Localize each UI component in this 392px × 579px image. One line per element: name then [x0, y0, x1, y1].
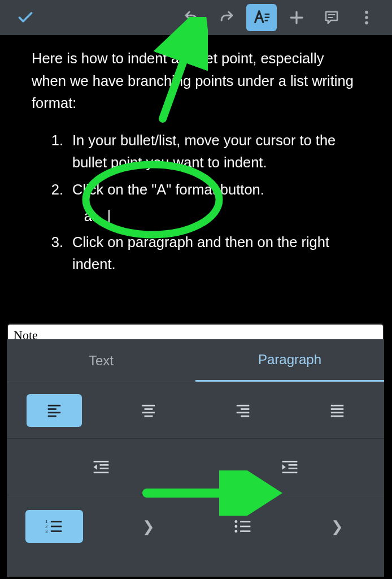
list-item-text: Click on paragraph and then on the right…: [72, 231, 360, 276]
list-item: 3. Click on paragraph and then on the ri…: [51, 231, 360, 276]
svg-point-6: [365, 16, 368, 19]
panel-tabs: Text Paragraph: [7, 339, 384, 382]
align-justify-button[interactable]: [290, 402, 384, 419]
svg-text:3: 3: [45, 529, 47, 534]
svg-rect-2: [265, 20, 268, 21]
ordered-list: 1. In your bullet/list, move your cursor…: [32, 129, 360, 276]
sub-list-item: a.: [51, 205, 360, 228]
text-cursor: [108, 210, 110, 224]
align-left-button[interactable]: [7, 394, 101, 427]
list-type-row: 1 2 3 ❯ ❯: [7, 495, 384, 558]
decrease-indent-button[interactable]: [7, 459, 195, 476]
format-panel: Text Paragraph 1: [7, 339, 384, 577]
svg-rect-1: [265, 17, 270, 18]
indent-row: [7, 439, 384, 495]
align-left-active: [27, 394, 82, 427]
alignment-row: [7, 382, 384, 439]
more-menu-button[interactable]: [351, 4, 382, 31]
svg-point-38: [234, 520, 237, 523]
sub-list-item-text: [105, 205, 110, 228]
list-item-text: Click on the "A" format button.: [72, 179, 264, 201]
bulleted-list-button[interactable]: [195, 518, 290, 535]
done-check-button[interactable]: [10, 4, 41, 31]
list-item: 2. Click on the "A" format button.: [51, 179, 360, 201]
top-toolbar: [0, 0, 392, 35]
list-item: 1. In your bullet/list, move your cursor…: [51, 129, 360, 174]
intro-text: Here is how to indent a bullet point, es…: [32, 47, 360, 115]
background-sheet-header: Note: [7, 323, 384, 339]
redo-button[interactable]: [211, 4, 242, 31]
undo-button[interactable]: [176, 4, 207, 31]
numbered-list-active: 1 2 3: [25, 510, 83, 543]
svg-point-40: [234, 530, 237, 533]
list-item-text: In your bullet/list, move your cursor to…: [72, 129, 360, 174]
svg-rect-0: [265, 14, 270, 15]
chevron-right-icon: ❯: [331, 518, 343, 535]
bulleted-list-more-button[interactable]: ❯: [290, 518, 384, 535]
svg-point-39: [234, 525, 237, 528]
chevron-right-icon: ❯: [142, 518, 155, 535]
tab-text[interactable]: Text: [7, 339, 195, 382]
numbered-list-button[interactable]: 1 2 3: [7, 510, 101, 543]
svg-point-5: [365, 11, 368, 14]
comment-button[interactable]: [316, 4, 347, 31]
tab-paragraph[interactable]: Paragraph: [195, 339, 384, 382]
svg-point-7: [365, 21, 368, 25]
numbered-list-more-button[interactable]: ❯: [101, 518, 195, 535]
document-body[interactable]: Here is how to indent a bullet point, es…: [0, 35, 392, 332]
align-center-button[interactable]: [101, 402, 195, 419]
increase-indent-button[interactable]: [195, 459, 384, 476]
add-button[interactable]: [281, 4, 312, 31]
format-button[interactable]: [246, 4, 277, 31]
align-right-button[interactable]: [195, 402, 290, 419]
